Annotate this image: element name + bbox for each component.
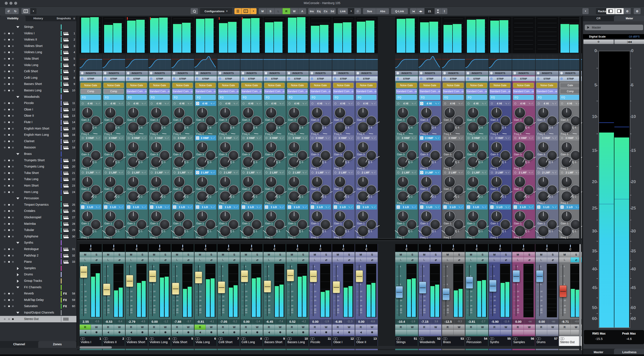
visibility-dot[interactable]: [8, 229, 10, 231]
q-knob[interactable]: [524, 185, 534, 195]
listen-button[interactable]: L: [512, 257, 524, 262]
write-automation-button[interactable]: W: [275, 325, 286, 330]
read-automation-button[interactable]: R: [172, 325, 183, 330]
monitor-button[interactable]: [355, 330, 366, 335]
channel-meter[interactable]: [205, 264, 216, 317]
mute-button[interactable]: M: [102, 252, 114, 257]
mute-button[interactable]: M: [442, 252, 454, 257]
q-knob[interactable]: [160, 150, 170, 161]
peak-value[interactable]: -oo: [548, 319, 558, 324]
monitor-button[interactable]: [240, 330, 252, 335]
band-header[interactable]: 1 LO∿ ✓: [489, 204, 511, 210]
inserts-header[interactable]: INSERTS: [102, 71, 125, 75]
q-knob[interactable]: [182, 219, 193, 230]
monitor-button[interactable]: [264, 330, 274, 335]
band-power-icon[interactable]: [219, 171, 222, 174]
band-power-icon[interactable]: [334, 171, 337, 174]
strip-header[interactable]: STRIP: [240, 76, 263, 81]
fader-cap[interactable]: [264, 281, 271, 293]
inserts-header[interactable]: INSERTS: [355, 71, 378, 75]
freq-knob[interactable]: [561, 225, 572, 237]
q-knob[interactable]: [114, 116, 124, 126]
solo-button[interactable]: S: [252, 252, 263, 257]
band-power-icon[interactable]: [490, 102, 494, 105]
gate-slot[interactable]: Noise Gate: [536, 83, 557, 88]
mute-button[interactable]: M: [126, 252, 137, 257]
eq-slot[interactable]: EQ: [490, 95, 510, 100]
band-header[interactable]: 3 HMF∿ ✓: [218, 135, 239, 140]
mute-button[interactable]: M: [148, 252, 160, 257]
pan-control[interactable]: C: [536, 244, 558, 252]
band-power-icon[interactable]: [104, 136, 107, 140]
band-power-icon[interactable]: [420, 171, 423, 174]
visibility-dot[interactable]: [8, 102, 10, 104]
compressor-slot[interactable]: Standard Com...or: [310, 89, 330, 94]
band-header[interactable]: 1 LO∿ ✓: [80, 204, 101, 210]
q-knob[interactable]: [136, 116, 147, 126]
snapshot-dropdown[interactable]: ▼: [30, 8, 36, 14]
q-knob[interactable]: [477, 219, 487, 230]
read-automation-button[interactable]: R: [126, 325, 137, 330]
q-knob[interactable]: [430, 219, 440, 230]
write-automation-button[interactable]: W: [500, 325, 512, 330]
monitor-button[interactable]: [194, 330, 206, 335]
edit-channel-button[interactable]: e: [137, 257, 148, 262]
band-power-icon[interactable]: [104, 205, 107, 209]
gain-knob[interactable]: [174, 107, 185, 118]
visibility-dot[interactable]: [12, 223, 14, 225]
q-knob[interactable]: [251, 150, 262, 161]
freq-knob[interactable]: [538, 191, 549, 202]
listen-button[interactable]: L: [264, 257, 274, 262]
q-knob[interactable]: [90, 150, 101, 161]
listen-button[interactable]: L: [80, 257, 91, 262]
volume-value[interactable]: -6.45: [264, 319, 276, 324]
freq-knob[interactable]: [491, 122, 502, 133]
visibility-dot[interactable]: [4, 293, 6, 295]
write-automation-button[interactable]: W: [407, 325, 418, 330]
band-header[interactable]: 3 HMF∿ ✓: [287, 135, 308, 140]
band-power-icon[interactable]: [81, 171, 84, 174]
gate-slot[interactable]: Noise Gate: [195, 83, 216, 88]
track-row-retrologue[interactable]: Retrologue31: [0, 246, 76, 252]
write-automation-button[interactable]: W: [367, 325, 378, 330]
fader-cap[interactable]: [195, 272, 202, 284]
band-power-icon[interactable]: [219, 205, 222, 209]
edit-channel-button[interactable]: e: [500, 257, 512, 262]
band-power-icon[interactable]: [81, 102, 84, 105]
inserts-header[interactable]: INSERTS: [489, 71, 512, 75]
listen-button[interactable]: L: [148, 257, 160, 262]
q-knob[interactable]: [136, 219, 147, 230]
listen-button[interactable]: L: [126, 257, 137, 262]
band-header[interactable]: 3 HMF∿ ✓: [241, 135, 262, 140]
gate-slot[interactable]: Noise Gate: [172, 83, 193, 88]
pan-control[interactable]: C: [172, 244, 194, 252]
write-automation-button[interactable]: W: [298, 325, 309, 330]
volume-value[interactable]: -10.4: [395, 319, 408, 324]
gain-knob[interactable]: [220, 107, 231, 118]
visibility-dot[interactable]: [4, 305, 6, 307]
compressor-slot[interactable]: Standard Com...or: [513, 89, 534, 94]
peak-value[interactable]: -1.9: [322, 319, 332, 324]
visibility-dot[interactable]: [8, 147, 10, 148]
track-row-trumpets-short[interactable]: Trumpets Short19: [0, 157, 76, 164]
band-header[interactable]: 4 HI∿ ✓: [396, 101, 417, 106]
visibility-dot[interactable]: [4, 217, 6, 218]
visibility-dot[interactable]: [4, 128, 6, 129]
rack-toggle-eq[interactable]: Eq: [316, 8, 322, 14]
channel-meter[interactable]: [136, 264, 146, 317]
inserts-header[interactable]: INSERTS: [286, 71, 309, 75]
gain-knob[interactable]: [220, 142, 231, 153]
visibility-dot[interactable]: [4, 191, 6, 193]
read-automation-button[interactable]: R: [536, 325, 547, 330]
visibility-dot[interactable]: [12, 115, 14, 117]
gain-knob[interactable]: [105, 142, 116, 153]
gain-knob[interactable]: [151, 176, 162, 187]
read-automation-button[interactable]: R: [466, 325, 477, 330]
band-header[interactable]: 4 HI∿ ✓: [489, 101, 511, 106]
compressor-slot[interactable]: Standard Com...or: [333, 89, 354, 94]
band-header[interactable]: 2 LMF∿ ✓: [195, 170, 216, 175]
q-knob[interactable]: [320, 116, 330, 126]
volume-value[interactable]: 0.00: [512, 319, 525, 324]
record-enable-button[interactable]: [229, 330, 240, 335]
pan-control[interactable]: C: [512, 244, 535, 252]
